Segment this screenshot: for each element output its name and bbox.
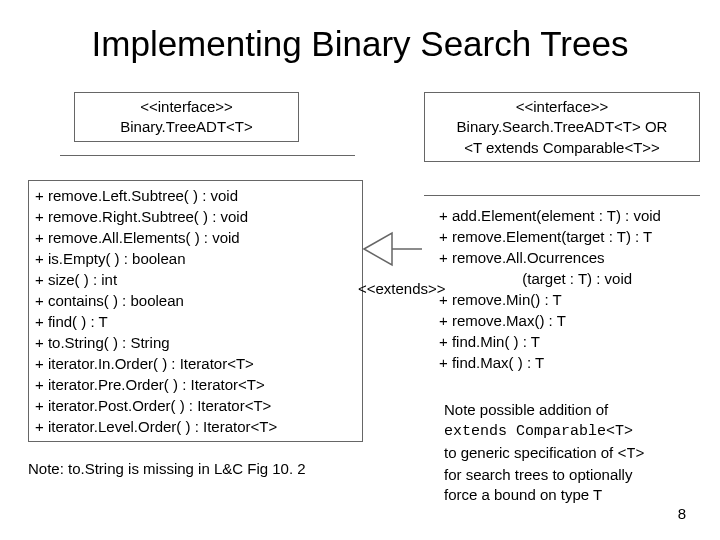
right-method: (target : T) : void [439, 268, 694, 289]
uml-left-header: <<interface>> Binary.TreeADT<T> [74, 92, 299, 142]
left-stereotype: <<interface>> [81, 97, 292, 117]
left-method: + remove.Left.Subtree( ) : void [35, 185, 356, 206]
right-method: + remove.Min() : T [439, 289, 694, 310]
left-method: + iterator.Level.Order( ) : Iterator<T> [35, 416, 356, 437]
left-interface-name: Binary.TreeADT<T> [81, 117, 292, 137]
right-method: + add.Element(element : T) : void [439, 205, 694, 226]
uml-left-methods: + remove.Left.Subtree( ) : void + remove… [28, 180, 363, 442]
left-method: + contains( ) : boolean [35, 290, 356, 311]
note-right-l3b: <T> [617, 446, 644, 463]
right-method: + remove.Max() : T [439, 310, 694, 331]
right-method: + remove.Element(target : T) : T [439, 226, 694, 247]
note-left: Note: to.String is missing in L&C Fig 10… [28, 460, 306, 477]
left-method: + iterator.In.Order( ) : Iterator<T> [35, 353, 356, 374]
uml-left-divider [60, 155, 355, 156]
left-method: + iterator.Pre.Order( ) : Iterator<T> [35, 374, 356, 395]
right-method: + find.Max( ) : T [439, 352, 694, 373]
right-stereotype: <<interface>> [431, 97, 693, 117]
note-right: Note possible addition of extends Compar… [444, 400, 700, 505]
left-method: + remove.All.Elements( ) : void [35, 227, 356, 248]
note-right-l2: extends Comparable<T> [444, 423, 633, 440]
note-right-l5: force a bound on type T [444, 486, 602, 503]
right-method: + remove.All.Ocurrences [439, 247, 694, 268]
right-method: + find.Min( ) : T [439, 331, 694, 352]
left-method: + iterator.Post.Order( ) : Iterator<T> [35, 395, 356, 416]
left-method: + to.String( ) : String [35, 332, 356, 353]
page-number: 8 [678, 505, 686, 522]
page-title: Implementing Binary Search Trees [0, 0, 720, 78]
uml-right-header: <<interface>> Binary.Search.TreeADT<T> O… [424, 92, 700, 162]
note-right-l4: for search trees to optionally [444, 466, 632, 483]
uml-right-methods: + add.Element(element : T) : void + remo… [439, 205, 694, 373]
note-right-l1: Note possible addition of [444, 401, 608, 418]
left-method: + remove.Right.Subtree( ) : void [35, 206, 356, 227]
left-method: + size( ) : int [35, 269, 356, 290]
extends-label: <<extends>> [358, 280, 446, 297]
svg-marker-0 [364, 233, 392, 265]
right-interface-name-2: <T extends Comparable<T>> [431, 138, 693, 158]
note-right-l3a: to generic specification of [444, 444, 617, 461]
left-method: + is.Empty( ) : boolean [35, 248, 356, 269]
left-method: + find( ) : T [35, 311, 356, 332]
uml-right-divider [424, 195, 700, 196]
right-interface-name-1: Binary.Search.TreeADT<T> OR [431, 117, 693, 137]
